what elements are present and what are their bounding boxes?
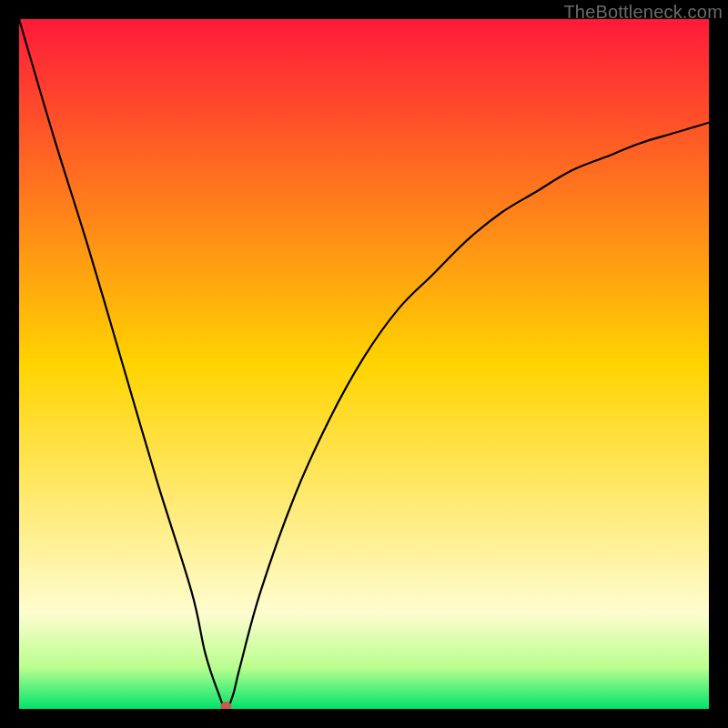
watermark-text: TheBottleneck.com: [563, 2, 723, 23]
chart-frame: [19, 19, 709, 709]
chart-svg: [19, 19, 709, 709]
